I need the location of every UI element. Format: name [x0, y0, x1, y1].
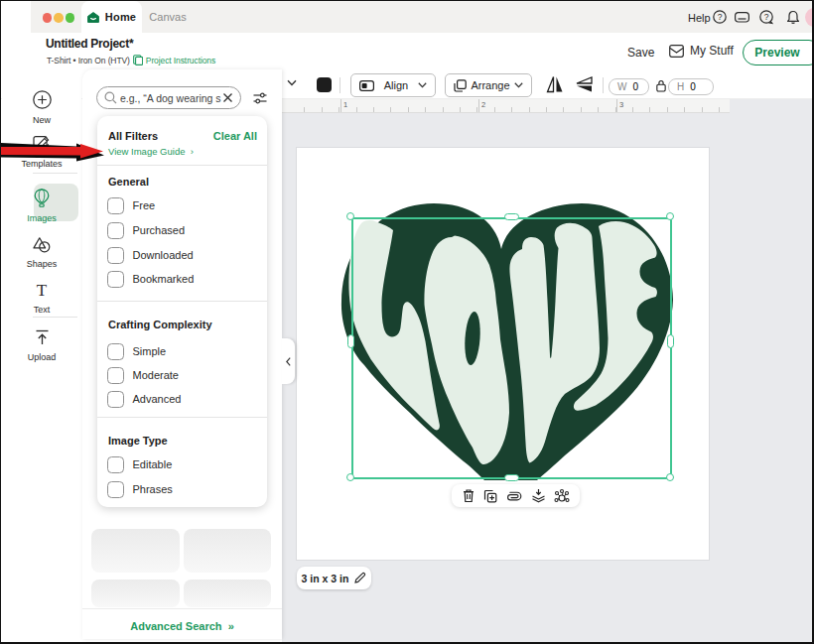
svg-text:?: ?	[717, 12, 722, 22]
svg-text:?: ?	[764, 12, 769, 22]
svg-text:T: T	[37, 282, 48, 299]
